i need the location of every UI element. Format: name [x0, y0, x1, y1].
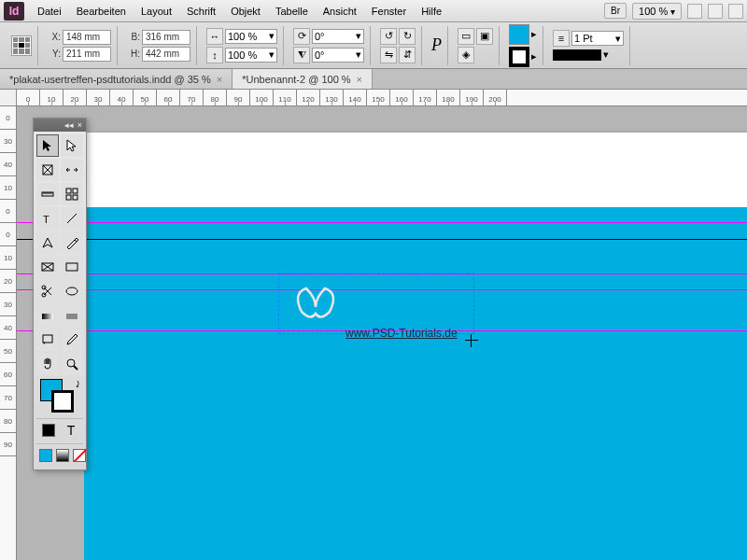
document-tab-1[interactable]: *plakat-usertreffen-psdtutorials.indd @ …: [0, 69, 233, 89]
scale-x-dropdown[interactable]: 100 %▾: [225, 29, 277, 44]
color-mode-row: [36, 443, 83, 467]
fill-swatch[interactable]: [509, 24, 529, 45]
ruler-tick: 10: [0, 176, 16, 200]
apply-gradient-icon[interactable]: [55, 446, 70, 465]
x-input[interactable]: [63, 30, 111, 45]
ruler-tick: 0: [17, 90, 40, 105]
h-label: H:: [127, 49, 140, 59]
menu-layout[interactable]: Layout: [134, 3, 179, 20]
guide-horizontal[interactable]: [17, 289, 747, 290]
shear-dropdown[interactable]: 0°▾: [312, 48, 364, 63]
collapse-icon[interactable]: ◂◂: [64, 120, 74, 130]
line-tool[interactable]: [61, 207, 83, 230]
pencil-tool[interactable]: [61, 231, 83, 254]
ruler-tick: 0: [0, 106, 16, 130]
guide-black-horizontal[interactable]: [17, 239, 747, 240]
zoom-tool[interactable]: [61, 353, 83, 375]
ruler-tick: 150: [367, 90, 390, 105]
toolbox-header[interactable]: ◂◂×: [34, 119, 86, 132]
menu-schrift[interactable]: Schrift: [179, 3, 223, 20]
menu-ansicht[interactable]: Ansicht: [316, 3, 364, 20]
ruler-origin-corner[interactable]: [0, 90, 17, 106]
apply-solid-icon[interactable]: [38, 446, 53, 465]
measure-icon[interactable]: [36, 183, 59, 205]
selection-tool[interactable]: [36, 134, 59, 157]
stroke-color-swatch[interactable]: [51, 390, 74, 413]
menu-tabelle[interactable]: Tabelle: [268, 3, 316, 20]
menu-objekt[interactable]: Objekt: [223, 3, 268, 20]
rotate-cw-icon[interactable]: ↻: [399, 28, 416, 45]
menu-hilfe[interactable]: Hilfe: [414, 3, 449, 20]
menu-bearbeiten[interactable]: Bearbeiten: [69, 3, 134, 20]
apply-color-icon[interactable]: [38, 421, 59, 440]
y-input[interactable]: [63, 47, 111, 62]
eyedropper-tool[interactable]: [61, 329, 83, 351]
p-icon-group: P: [426, 26, 448, 65]
stroke-dropdown-icon[interactable]: ▸: [531, 50, 537, 63]
ruler-tick: 200: [484, 90, 507, 105]
rectangle-frame-tool[interactable]: [36, 256, 59, 278]
stroke-swatch[interactable]: [509, 47, 529, 67]
tab-close-icon[interactable]: ×: [357, 74, 362, 85]
fill-dropdown-icon[interactable]: ▸: [531, 28, 537, 40]
menu-fenster[interactable]: Fenster: [364, 3, 414, 20]
ruler-tick: 30: [0, 293, 16, 316]
rotate-dropdown[interactable]: 0°▾: [312, 29, 364, 44]
menu-datei[interactable]: Datei: [30, 3, 69, 20]
tab-close-icon[interactable]: ×: [217, 74, 222, 85]
w-input[interactable]: [142, 30, 190, 45]
arrange-documents-icon[interactable]: [708, 4, 723, 19]
reference-point-selector[interactable]: [11, 35, 32, 56]
svg-rect-2: [66, 189, 71, 193]
cyan-rectangle[interactable]: [84, 207, 747, 560]
wrap-none-icon[interactable]: ▭: [458, 28, 474, 45]
control-bar: X: Y: B: H: ↔100 %▾ ↕100 %▾ ⟳0°▾ ⧨0°▾ ↺↻…: [0, 22, 747, 69]
pen-tool[interactable]: [36, 231, 59, 254]
zoom-level-dropdown[interactable]: 100 % ▾: [632, 3, 682, 20]
p-icon[interactable]: P: [431, 35, 442, 55]
fill-stroke-swatches[interactable]: ⤸: [36, 377, 83, 416]
guide-horizontal[interactable]: [17, 222, 747, 223]
psd-tutorials-link[interactable]: www.PSD-Tutorials.de: [345, 327, 458, 340]
stroke-style-preview[interactable]: [553, 49, 601, 61]
grid-icon[interactable]: [61, 183, 83, 205]
h-input[interactable]: [142, 47, 190, 62]
vertical-ruler[interactable]: 030401000102030405060708090: [0, 106, 17, 560]
type-tool[interactable]: T: [36, 207, 59, 230]
page-tool[interactable]: [36, 159, 59, 181]
canvas-area[interactable]: www.PSD-Tutorials.de: [17, 106, 747, 560]
ruler-tick: 60: [0, 363, 16, 386]
wrap-around-icon[interactable]: ▣: [476, 28, 493, 45]
ruler-tick: 10: [40, 90, 63, 105]
rectangle-tool[interactable]: [61, 256, 83, 278]
stroke-weight-dropdown[interactable]: 1 Pt▾: [571, 31, 624, 46]
scissors-tool[interactable]: [36, 280, 59, 302]
close-icon[interactable]: ×: [78, 120, 82, 130]
butterfly-logo[interactable]: [283, 274, 348, 330]
flip-v-icon[interactable]: ⇵: [399, 47, 416, 63]
hand-tool[interactable]: [36, 353, 59, 375]
wrap-shape-icon[interactable]: ◈: [458, 47, 474, 63]
direct-selection-tool[interactable]: [61, 134, 83, 157]
horizontal-ruler[interactable]: 0102030405060708090100110120130140150160…: [17, 90, 747, 106]
toolbox-panel[interactable]: ◂◂× T ⤸ T: [33, 118, 87, 470]
rotate-group: ⟳0°▾ ⧨0°▾: [288, 26, 371, 65]
ruler-tick: 20: [63, 90, 87, 105]
gap-tool[interactable]: [61, 159, 83, 181]
apply-none-icon[interactable]: [72, 446, 87, 465]
gradient-feather-tool[interactable]: [61, 304, 83, 327]
guide-horizontal[interactable]: [17, 273, 747, 274]
swap-colors-icon[interactable]: ⤸: [74, 379, 81, 389]
svg-rect-5: [73, 195, 78, 200]
free-transform-tool[interactable]: [61, 280, 83, 302]
document-tab-2[interactable]: *Unbenannt-2 @ 100 %×: [233, 69, 373, 89]
note-tool[interactable]: [36, 329, 59, 351]
rotate-ccw-icon[interactable]: ↺: [380, 28, 397, 45]
apply-text-icon[interactable]: T: [61, 421, 81, 440]
workspace-switcher-icon[interactable]: [728, 4, 743, 19]
screen-mode-icon[interactable]: [687, 4, 702, 19]
gradient-swatch-tool[interactable]: [36, 304, 59, 327]
bridge-button[interactable]: Br: [604, 3, 627, 19]
scale-y-dropdown[interactable]: 100 %▾: [225, 48, 277, 63]
flip-h-icon[interactable]: ⇋: [380, 47, 397, 63]
